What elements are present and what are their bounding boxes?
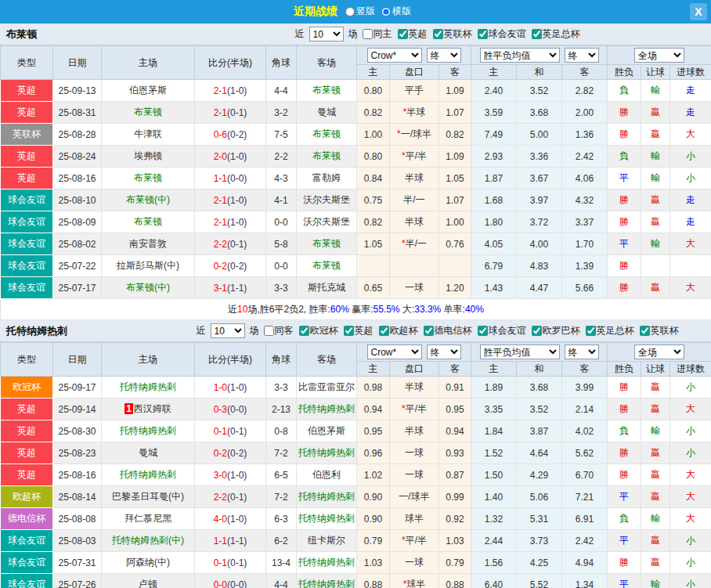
away-team-name: 富勒姆 (312, 172, 341, 183)
goals-result: 小 (670, 420, 711, 442)
league-checkbox[interactable] (424, 326, 434, 336)
league-checkbox[interactable] (478, 326, 488, 336)
away-team: 斯托克城 (297, 277, 357, 299)
asian-away-odds: 1.05 (439, 168, 471, 189)
away-team: 托特纳姆热刺 (297, 486, 357, 508)
col-header-avg-home: 主 (471, 362, 517, 377)
league-checkbox[interactable] (532, 29, 542, 39)
asian-handicap: 半/一 (390, 189, 439, 211)
layout-option[interactable]: 竖版 (345, 5, 375, 18)
close-button[interactable]: X (690, 3, 707, 20)
same-venue-checkbox[interactable] (363, 29, 373, 39)
league-checkbox[interactable] (344, 326, 354, 336)
scope-select[interactable]: 全场 (634, 48, 684, 63)
layout-radio[interactable] (381, 7, 391, 16)
handicap-result: 贏 (641, 102, 670, 124)
corner-score: 13-4 (266, 552, 297, 574)
avg-type-select[interactable]: 胜平负均值 (480, 345, 560, 359)
odds-stage-select[interactable]: 终 (427, 345, 461, 359)
avg-away-odds: 4.94 (562, 552, 608, 574)
league-filter[interactable]: 英足总杯 (529, 27, 580, 41)
match-score: 2-1(1-0) (195, 189, 266, 211)
half-time-score: (1-1) (227, 283, 247, 294)
home-team: 曼城 (102, 442, 195, 464)
league-filter[interactable]: 英联杯 (637, 324, 679, 337)
goals-result: 大 (670, 124, 711, 146)
half-time-score: (0-1) (227, 426, 247, 437)
asian-handicap: 平手 (390, 80, 439, 102)
league-filter[interactable]: 德电信杯 (421, 324, 472, 337)
away-team: 布莱顿 (297, 80, 357, 102)
team-section: 托特纳姆热刺近10场同客欧冠杯英超欧超杯德电信杯球会友谊欧罗巴杯英足总杯英联杯类… (0, 320, 711, 588)
home-team: 1西汉姆联 (102, 399, 195, 420)
odds-stage-select[interactable]: 终 (427, 48, 461, 63)
league-checkbox[interactable] (433, 29, 443, 39)
asian-handicap: 半球 (390, 168, 439, 189)
match-score: 0-2(0-2) (195, 442, 266, 464)
match-date: 25-07-17 (53, 277, 102, 299)
match-date: 25-08-02 (53, 233, 102, 255)
away-team-name: 曼城 (317, 106, 336, 117)
match-row: 球会友谊25-07-26卢顿0-0(0-0)4-4托特纳姆热刺0.88*球半0.… (1, 574, 711, 588)
same-venue-checkbox[interactable] (264, 326, 274, 336)
match-result: 勝 (608, 399, 641, 420)
asian-handicap: 一球 (390, 464, 439, 486)
home-team-name: 托特纳姆热刺 (120, 381, 176, 392)
corner-score: 2-2 (266, 146, 297, 168)
col-header-avg-draw: 和 (517, 362, 562, 377)
recent-count-select[interactable]: 10 (211, 323, 245, 338)
avg-stage-select[interactable]: 终 (565, 345, 599, 359)
away-team-name: 布莱顿 (312, 85, 341, 96)
avg-type-select[interactable]: 胜平负均值 (480, 48, 560, 63)
league-filter[interactable]: 英超 (395, 27, 428, 41)
league-filter[interactable]: 球会友谊 (475, 324, 526, 337)
handicap-name: 平/半 (406, 150, 427, 161)
same-venue-filter[interactable]: 同客 (262, 324, 294, 337)
league-checkbox[interactable] (586, 326, 596, 336)
avg-stage-select[interactable]: 终 (565, 48, 599, 63)
league-filter[interactable]: 英超 (341, 324, 374, 337)
avg-home-odds: 1.50 (471, 464, 517, 486)
asian-away-odds: 1.07 (439, 189, 471, 211)
avg-draw-odds: 3.97 (517, 189, 562, 211)
league-checkbox[interactable] (532, 326, 542, 336)
league-filter[interactable]: 球会友谊 (475, 27, 526, 41)
away-team-name: 沃尔夫斯堡 (303, 216, 350, 227)
home-team: 拜仁慕尼黑 (102, 508, 195, 530)
layout-radio[interactable] (345, 7, 355, 16)
full-time-score: 0-1 (214, 557, 227, 568)
league-checkbox[interactable] (379, 326, 389, 336)
match-result: 負 (608, 420, 641, 442)
home-team: 布莱顿(中) (102, 277, 195, 299)
league-filter[interactable]: 欧罗巴杯 (529, 324, 580, 337)
league-filter[interactable]: 英足总杯 (583, 324, 634, 337)
full-time-score: 2-1 (214, 85, 227, 96)
league-checkbox[interactable] (640, 326, 650, 336)
same-venue-filter[interactable]: 同主 (360, 27, 392, 41)
asian-home-odds: 0.84 (357, 168, 390, 189)
team-sections: 布莱顿近10场同主英超英联杯球会友谊英足总杯类型日期主场比分(半场)角球客场Cr… (0, 23, 711, 588)
league-filter[interactable]: 欧冠杯 (297, 324, 338, 337)
match-score: 0-1(0-1) (195, 552, 266, 574)
league-checkbox[interactable] (478, 29, 488, 39)
asian-home-odds: 0.90 (357, 486, 390, 508)
odds-company-select[interactable]: Crow* (367, 345, 422, 359)
avg-away-odds: 1.36 (562, 124, 608, 146)
corner-score: 7-5 (266, 124, 297, 146)
layout-option[interactable]: 横版 (381, 5, 411, 18)
scope-select[interactable]: 全场 (634, 345, 684, 359)
recent-count-select[interactable]: 10 (309, 27, 344, 41)
corner-score: 7-2 (266, 442, 297, 464)
odds-company-select[interactable]: Crow* (367, 48, 422, 63)
match-result: 平 (608, 233, 641, 255)
match-row: 球会友谊25-08-03托特纳姆热刺(中)1-1(1-1)6-2纽卡斯尔0.79… (1, 530, 711, 552)
league-checkbox[interactable] (299, 326, 309, 336)
league-checkbox[interactable] (398, 29, 408, 39)
full-time-score: 2-1 (214, 107, 227, 118)
league-type-badge: 欧冠杯 (1, 377, 53, 399)
handicap-result: 輸 (641, 168, 670, 189)
avg-home-odds: 1.80 (471, 211, 517, 233)
league-filter[interactable]: 英联杯 (431, 27, 472, 41)
league-filter[interactable]: 欧超杯 (377, 324, 418, 337)
home-team-name: 巴黎圣日耳曼(中) (112, 491, 184, 502)
